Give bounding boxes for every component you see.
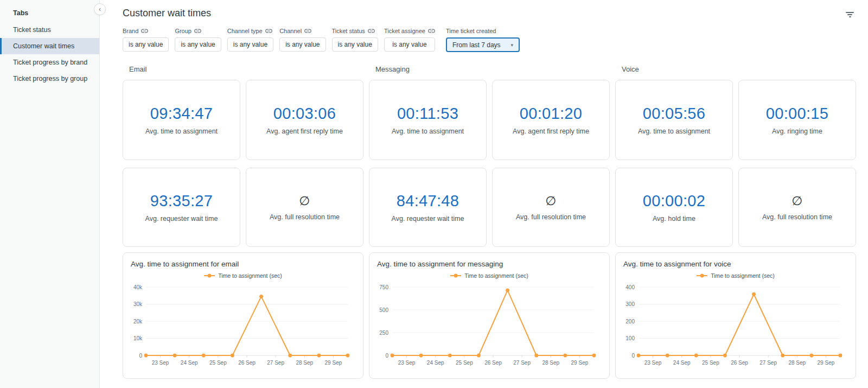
svg-text:28 Sep: 28 Sep	[788, 360, 806, 366]
line-chart-messaging[interactable]: 025050075023 Sep24 Sep25 Sep26 Sep27 Sep…	[377, 279, 602, 371]
svg-text:24 Sep: 24 Sep	[427, 360, 444, 366]
chart-card-voice: Avg. time to assignment for voice Time t…	[615, 252, 856, 379]
sidebar-header: Tabs	[0, 4, 99, 22]
svg-text:30k: 30k	[133, 301, 143, 307]
filter-label: Brand	[123, 28, 138, 34]
metric-label: Avg. agent first reply time	[513, 128, 589, 135]
svg-text:24 Sep: 24 Sep	[181, 360, 198, 366]
svg-text:29 Sep: 29 Sep	[818, 360, 835, 366]
svg-text:0: 0	[631, 353, 635, 359]
metric-value null-symbol-icon: ∅	[299, 194, 310, 208]
chart-legend[interactable]: Time to assignment (sec)	[623, 273, 848, 278]
metric-label: Avg. requester wait time	[392, 215, 464, 222]
filter-value-ticket-assignee[interactable]: is any value	[384, 37, 435, 52]
metric-label: Avg. ringing time	[772, 128, 822, 135]
filter-group-ticket-status: Ticket status is any value	[332, 27, 378, 52]
metric-card: 00:11:53 Avg. time to assignment	[369, 80, 487, 160]
sidebar-item-ticket-progress-by-group[interactable]: Ticket progress by group	[0, 71, 99, 87]
filter-funnel-icon[interactable]	[844, 10, 856, 20]
svg-text:27 Sep: 27 Sep	[513, 360, 531, 366]
metric-card: 93:35:27 Avg. requester wait time	[123, 168, 240, 247]
filter-value-brand[interactable]: is any value	[123, 37, 169, 52]
svg-text:40k: 40k	[133, 284, 143, 290]
filter-label: Channel type	[227, 28, 263, 34]
filter-label: Ticket assignee	[384, 28, 425, 34]
svg-text:23 Sep: 23 Sep	[152, 360, 169, 366]
chart-title: Avg. time to assignment for email	[131, 260, 355, 268]
filter-label: Time ticket created	[446, 28, 496, 34]
line-chart-email[interactable]: 010k20k30k40k23 Sep24 Sep25 Sep26 Sep27 …	[131, 279, 355, 371]
svg-text:300: 300	[626, 301, 635, 307]
metric-card: 09:34:47 Avg. time to assignment	[123, 80, 240, 160]
metric-value null-symbol-icon: ∅	[792, 194, 802, 208]
svg-text:200: 200	[626, 319, 635, 325]
filter-label: Group	[175, 28, 192, 34]
filter-label: Channel	[279, 28, 302, 34]
metric-value: 00:01:20	[520, 105, 582, 123]
section-header-email: Email	[123, 65, 363, 73]
metric-card: 00:00:15 Avg. ringing time	[738, 80, 856, 160]
section-headers: Email Messaging Voice	[123, 65, 856, 73]
sidebar: Tabs Ticket status Customer wait times T…	[0, 0, 100, 388]
svg-text:500: 500	[379, 307, 388, 313]
svg-text:29 Sep: 29 Sep	[325, 360, 342, 366]
chart-legend[interactable]: Time to assignment (sec)	[131, 273, 355, 278]
chevron-down-icon: ▾	[510, 42, 513, 48]
link-icon	[304, 28, 311, 34]
metric-value: 09:34:47	[150, 105, 213, 123]
title-row: Customer wait times	[123, 8, 856, 20]
svg-text:27 Sep: 27 Sep	[267, 360, 284, 366]
metric-value: 84:47:48	[397, 192, 459, 210]
line-chart-voice[interactable]: 010020030040023 Sep24 Sep25 Sep26 Sep27 …	[623, 279, 848, 371]
svg-text:20k: 20k	[133, 319, 143, 325]
filter-value-channel-type[interactable]: is any value	[227, 37, 273, 52]
svg-text:26 Sep: 26 Sep	[731, 360, 748, 366]
legend-line-marker-icon	[204, 273, 215, 278]
svg-text:400: 400	[626, 284, 635, 290]
filter-value-channel[interactable]: is any value	[279, 37, 326, 52]
filter-value-ticket-status[interactable]: is any value	[332, 37, 378, 52]
filter-value-group[interactable]: is any value	[175, 37, 221, 52]
svg-text:750: 750	[379, 284, 388, 290]
svg-text:26 Sep: 26 Sep	[238, 360, 256, 366]
chart-legend[interactable]: Time to assignment (sec)	[377, 273, 602, 278]
app: Tabs Ticket status Customer wait times T…	[0, 0, 868, 388]
sidebar-item-ticket-progress-by-brand[interactable]: Ticket progress by brand	[0, 54, 99, 71]
metric-value: 00:05:56	[643, 105, 705, 123]
svg-text:25 Sep: 25 Sep	[702, 360, 719, 366]
filter-label: Ticket status	[332, 28, 365, 34]
filter-group-brand: Brand is any value	[123, 27, 169, 52]
legend-label: Time to assignment (sec)	[218, 272, 282, 279]
legend-line-marker-icon	[450, 273, 461, 278]
metric-label: Avg. time to assignment	[145, 128, 218, 135]
svg-text:25 Sep: 25 Sep	[209, 360, 227, 366]
sidebar-item-customer-wait-times[interactable]: Customer wait times	[0, 38, 99, 54]
filter-group-ticket-assignee: Ticket assignee is any value	[384, 27, 435, 52]
metric-card: 84:47:48 Avg. requester wait time	[369, 168, 487, 247]
svg-text:26 Sep: 26 Sep	[484, 360, 502, 366]
metric-value: 00:11:53	[397, 105, 458, 123]
metric-card: ∅ Avg. full resolution time	[738, 168, 856, 247]
collapse-sidebar-button[interactable]: ‹	[94, 3, 106, 15]
metric-value: 00:00:15	[766, 105, 828, 123]
svg-text:25 Sep: 25 Sep	[456, 360, 473, 366]
svg-text:10k: 10k	[133, 335, 143, 341]
metric-value: 93:35:27	[150, 192, 213, 210]
chart-title: Avg. time to assignment for voice	[623, 260, 848, 268]
metric-label: Avg. time to assignment	[638, 128, 710, 135]
chevron-left-icon: ‹	[99, 5, 101, 13]
metric-label: Avg. full resolution time	[270, 213, 340, 221]
page-title: Customer wait times	[123, 8, 211, 19]
filter-group-channel-type: Channel type is any value	[227, 27, 273, 52]
svg-text:28 Sep: 28 Sep	[296, 360, 313, 366]
sidebar-item-ticket-status[interactable]: Ticket status	[0, 22, 99, 38]
filter-group-group: Group is any value	[175, 27, 221, 52]
svg-text:24 Sep: 24 Sep	[673, 360, 691, 366]
link-icon	[141, 28, 148, 34]
time-range-dropdown[interactable]: From last 7 days ▾	[446, 37, 520, 52]
metric-card: 00:00:02 Avg. hold time	[615, 168, 733, 247]
link-icon	[265, 28, 272, 34]
metric-label: Avg. time to assignment	[392, 128, 464, 135]
section-header-messaging: Messaging	[369, 65, 610, 73]
metric-row-2: 93:35:27 Avg. requester wait time ∅ Avg.…	[123, 168, 856, 247]
